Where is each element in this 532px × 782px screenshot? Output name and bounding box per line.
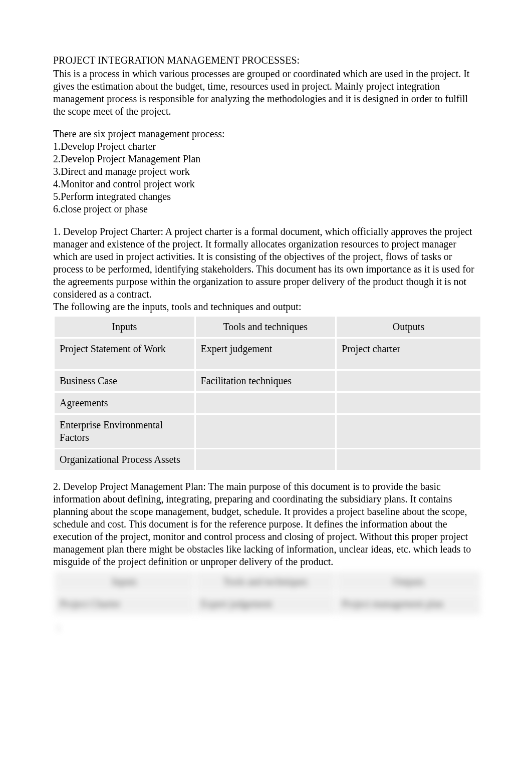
table-row: Business Case Facilitation techniques bbox=[55, 371, 480, 391]
table-cell: Enterprise Environmental Factors bbox=[55, 415, 194, 448]
table-header: Inputs bbox=[55, 572, 194, 592]
table-cell bbox=[196, 393, 336, 413]
table-cell: Expert judgement bbox=[196, 594, 336, 614]
table-header: Tools and techniques bbox=[196, 572, 336, 592]
table-row: Project Statement of Work Expert judgeme… bbox=[55, 339, 480, 369]
list-item: 1.Develop Project charter bbox=[53, 140, 482, 153]
intro-paragraph: This is a process in which various proce… bbox=[53, 68, 482, 118]
list-item: 5.Perform integrated changes bbox=[53, 190, 482, 203]
section1-text: 1. Develop Project Charter: A project ch… bbox=[53, 225, 482, 301]
section2-text: 2. Develop Project Management Plan: The … bbox=[53, 480, 482, 568]
table-cell bbox=[337, 371, 480, 391]
list-item: 3.Direct and manage project work bbox=[53, 165, 482, 178]
table-cell: Project management plan bbox=[337, 594, 480, 614]
list-item: 4.Monitor and control project work bbox=[53, 178, 482, 190]
table-cell: Expert judgement bbox=[196, 339, 336, 369]
table-row: Agreements bbox=[55, 393, 480, 413]
table-header: Tools and techniques bbox=[196, 317, 336, 337]
table-cell bbox=[337, 393, 480, 413]
list-item: 6.close project or phase bbox=[53, 203, 482, 215]
table-cell: Project Statement of Work bbox=[55, 339, 194, 369]
page-number: 1 bbox=[56, 623, 482, 634]
table-row: Project Charter Expert judgement Project… bbox=[55, 594, 480, 614]
list-item: 2.Develop Project Management Plan bbox=[53, 153, 482, 165]
table-header: Inputs bbox=[55, 317, 194, 337]
table-cell: Organizational Process Assets bbox=[55, 449, 194, 470]
table-header: Outputs bbox=[337, 572, 480, 592]
document-title: PROJECT INTEGRATION MANAGEMENT PROCESSES… bbox=[53, 54, 482, 67]
blurred-preview: Inputs Tools and techniques Outputs Proj… bbox=[53, 570, 482, 634]
table-header-row: Inputs Tools and techniques Outputs bbox=[55, 572, 480, 592]
section1-table-lead: The following are the inputs, tools and … bbox=[53, 301, 482, 313]
table-header-row: Inputs Tools and techniques Outputs bbox=[55, 317, 480, 337]
table-cell: Facilitation techniques bbox=[196, 371, 336, 391]
table-cell: Project charter bbox=[337, 339, 480, 369]
section2-table: Inputs Tools and techniques Outputs Proj… bbox=[53, 570, 482, 616]
section1-table: Inputs Tools and techniques Outputs Proj… bbox=[53, 315, 482, 471]
table-cell bbox=[337, 449, 480, 470]
table-cell bbox=[337, 415, 480, 448]
table-cell: Agreements bbox=[55, 393, 194, 413]
table-header: Outputs bbox=[337, 317, 480, 337]
table-cell: Project Charter bbox=[55, 594, 194, 614]
table-row: Enterprise Environmental Factors bbox=[55, 415, 480, 448]
table-cell: Business Case bbox=[55, 371, 194, 391]
table-cell bbox=[196, 449, 336, 470]
list-intro: There are six project management process… bbox=[53, 128, 482, 140]
table-cell bbox=[196, 415, 336, 448]
table-row: Organizational Process Assets bbox=[55, 449, 480, 470]
